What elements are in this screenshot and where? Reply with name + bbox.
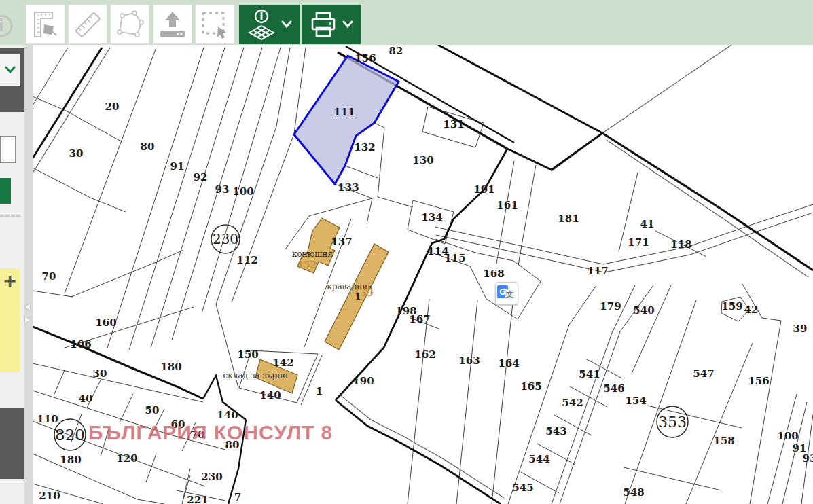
parcel-label: 163 [458,355,480,367]
parcel-label: 542 [562,397,583,409]
parcel-label: 154 [625,395,646,407]
parcel-label: 230 [201,471,222,483]
svg-text:文: 文 [505,290,513,299]
parcel-label: 39 [793,323,808,335]
parcel-label: 93 [215,183,230,196]
parcel-label: 221 [187,494,208,504]
cadastre-map-app: { "toolbar": { "background": "#cedfce", … [0,0,813,504]
parcel-label: 210 [39,490,60,502]
sidebar-dark-panel-2 [0,408,24,479]
parcel-label: 112 [236,254,257,266]
parcel-label: 130 [412,154,433,166]
layers-info-button[interactable] [239,5,300,44]
google-translate-icon[interactable]: G 文 [495,282,518,305]
parcel-label: 131 [443,118,464,130]
collapse-left-icon[interactable] [25,304,30,310]
parcel-label: 161 [496,199,518,211]
parcel-label: 140 [259,389,281,401]
parcel-label: 546 [603,382,624,395]
parcel-label: 156 [748,375,769,387]
parcel-label: 544 [528,453,549,465]
measure-area-button[interactable] [26,5,65,44]
parcel-label: 91 [170,160,185,173]
sidebar-dark-panel [0,48,24,112]
parcel-label: 150 [237,348,258,361]
parcel-label: 30 [69,147,84,160]
print-button[interactable] [302,5,361,44]
parcel-label: 165 [520,380,541,393]
chevron-down-icon [342,20,353,29]
parcel-label: 100 [777,430,798,442]
sidebar-divider [0,215,20,217]
svg-text:G: G [499,287,505,297]
parcel-label: 160 [95,317,116,329]
parcel-label: 168 [483,268,504,280]
parcel-label: 1 [316,385,323,397]
parcel-label: 82 [389,45,403,57]
layers-info-icon [247,8,276,41]
upload-button[interactable] [153,5,192,44]
parcel-label: 162 [414,348,435,361]
highlighted-parcel-111[interactable] [294,56,399,184]
parcel-label: склад за зърно [223,371,288,380]
circled-label: 230 [213,231,238,247]
zoom-in-button[interactable]: + [0,268,20,293]
parcel-label: 117 [587,265,608,277]
parcel-label: 152 [297,259,317,270]
parcel-label: 70 [42,270,56,283]
circled-label: 820 [55,426,85,444]
panel-collapse-button[interactable] [0,54,20,86]
parcel-label: 132 [354,141,375,154]
zoom-panel: + [0,268,20,372]
toolbar [0,0,813,45]
parcel-label: 41 [640,218,655,230]
select-region-icon [199,9,230,40]
parcel-label: 171 [628,236,649,249]
parcel-label: 548 [623,486,644,499]
chevron-down-icon [281,20,292,29]
left-sidebar: + [0,45,24,504]
sidebar-green-button[interactable] [0,178,11,204]
parcel-label: 115 [444,252,465,264]
parcel-label: 92 [194,171,208,183]
expand-right-icon[interactable] [25,317,30,323]
parcel-label: 164 [498,357,519,370]
watermark: БЪЛГАРИЯ КОНСУЛТ 8 [88,421,333,444]
parcel-label: 180 [160,361,181,373]
print-icon [309,10,338,39]
parcel-label: 80 [141,141,155,153]
select-region-button[interactable] [195,5,234,44]
parcel-label: 140 [217,409,238,421]
parcel-label: 93 [803,452,813,465]
parcel-label: 181 [558,213,579,225]
parcel-label: 180 [60,454,81,466]
upload-icon [157,9,188,40]
parcel-label: конюшня [292,249,333,259]
parcel-label: 133 [338,181,359,194]
parcel-label: 547 [693,367,714,380]
parcel-label: 167 [409,313,430,325]
sidebar-input[interactable] [0,136,16,163]
parcel-label: 118 [670,238,691,251]
parcel-label: 156 [355,52,376,65]
parcel-label: 134 [421,211,442,223]
parcel-label: 30 [93,367,107,380]
identify-info-icon[interactable] [0,14,16,38]
measure-area-icon [31,10,60,39]
parcel-label: 110 [37,413,58,425]
parcel-label: 7 [234,491,241,503]
parcel-label: 137 [331,236,352,248]
map-viewport[interactable]: 230 820 353 8215611120131308013213091921… [33,45,813,504]
parcel-label: 159 [721,300,742,312]
measure-polygon-button[interactable] [110,5,149,44]
measure-distance-icon [72,9,103,40]
measure-polygon-icon [114,9,145,40]
parcel-label: 545 [512,482,533,494]
parcel-label: 540 [633,304,654,317]
parcel-label: 50 [145,404,160,416]
measure-distance-button[interactable] [68,5,107,44]
parcel-label: 142 [272,357,293,369]
parcel-label: 20 [105,101,120,113]
parcel-label: 541 [579,368,600,380]
parcel-label: 106 [70,338,91,350]
